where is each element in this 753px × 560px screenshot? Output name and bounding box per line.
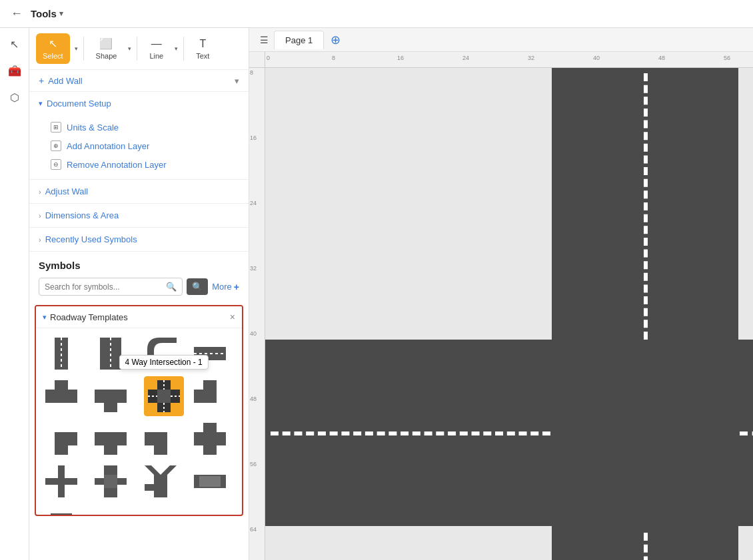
svg-rect-18: [194, 390, 217, 403]
shape-tool-button[interactable]: ⬜ Shape: [89, 33, 124, 64]
ruler-h-tick-56: 56: [724, 55, 730, 61]
ruler-v-tick-64: 64: [250, 526, 257, 533]
svg-rect-33: [154, 475, 167, 497]
recently-used-header[interactable]: › Recently Used Symbols: [29, 228, 249, 251]
adjust-wall-header[interactable]: › Adjust Wall: [29, 180, 249, 203]
roadway-header: ▾ Roadway Templates ×: [36, 306, 242, 328]
page-menu-button[interactable]: ☰: [257, 32, 271, 48]
svg-rect-20: [55, 432, 77, 445]
text-icon: T: [199, 38, 206, 50]
select-tool-button[interactable]: ↖ Select: [36, 33, 70, 64]
doc-setup-caret: ▾: [39, 99, 43, 108]
tools-panel: ↖ Select ▾ ⬜ Shape ▾ — Line ▾ T Text: [29, 28, 249, 560]
roadway-item-t-top[interactable]: [91, 419, 131, 459]
roadway-item-t-bottom[interactable]: [190, 419, 230, 459]
search-glass-icon: 🔍: [166, 282, 177, 292]
shape-caret: ▾: [128, 45, 131, 52]
ruler-v-tick-8: 8: [250, 69, 253, 76]
symbols-section: Symbols 🔍 🔍 More +: [29, 252, 249, 300]
recently-used-section: › Recently Used Symbols: [29, 228, 249, 252]
add-wall-label: Add Wall: [48, 76, 83, 86]
cylinder-icon[interactable]: ⬡: [4, 87, 25, 108]
svg-rect-22: [95, 432, 127, 445]
symbols-title: Symbols: [39, 260, 239, 271]
road-center-line-v: [644, 73, 648, 340]
add-wall-row[interactable]: + Add Wall ▾: [29, 70, 249, 92]
svg-rect-9: [95, 390, 127, 403]
roadway-item-tunnel[interactable]: [190, 461, 230, 501]
roadway-item-r2[interactable]: [91, 334, 131, 374]
text-label: Text: [196, 52, 209, 60]
roadway-item-small-road[interactable]: [41, 504, 81, 515]
roadway-item-t-top-right[interactable]: [141, 419, 181, 459]
roadway-grid: 4 Way Intersection - 1: [36, 328, 242, 515]
ruler-h-tick-32: 32: [528, 55, 534, 61]
svg-rect-27: [203, 445, 217, 455]
remove-annotation-label: Remove Annotation Layer: [67, 160, 167, 170]
roadway-item-t-top-left[interactable]: [41, 419, 81, 459]
left-icon-bar: ↖ 🧰 ⬡: [0, 28, 29, 560]
more-label: More: [212, 282, 232, 292]
more-button[interactable]: More +: [212, 282, 239, 292]
dimensions-title: Dimensions & Area: [45, 210, 119, 220]
line-caret: ▾: [175, 45, 178, 52]
ruler-horizontal: 08162432404856: [265, 52, 753, 68]
page-add-button[interactable]: ⊕: [327, 31, 345, 49]
ruler-corner: [249, 52, 265, 68]
toolbar-row: ↖ Select ▾ ⬜ Shape ▾ — Line ▾ T Text: [29, 28, 249, 70]
roadway-item-straight-h[interactable]: [190, 334, 230, 374]
dimensions-area-section: › Dimensions & Area: [29, 204, 249, 228]
svg-rect-24: [145, 432, 167, 445]
roadway-item-cross-med[interactable]: [91, 461, 131, 501]
roadway-caret: ▾: [43, 313, 47, 322]
roadway-title: Roadway Templates: [50, 312, 230, 322]
back-button[interactable]: ←: [8, 4, 25, 23]
roadway-item-t-left[interactable]: [41, 376, 81, 416]
units-scale-item[interactable]: ⊞ Units & Scale: [48, 118, 239, 137]
roadway-item-t-down[interactable]: [91, 376, 131, 416]
svg-rect-36: [199, 476, 221, 487]
recently-used-caret: ›: [39, 236, 41, 244]
divider-1: [83, 37, 84, 61]
dimensions-area-header[interactable]: › Dimensions & Area: [29, 204, 249, 227]
panel-scroll[interactable]: + Add Wall ▾ ▾ Document Setup ⊞ Units & …: [29, 70, 249, 560]
units-scale-label: Units & Scale: [67, 123, 119, 133]
svg-rect-37: [51, 513, 72, 515]
tools-label: Tools: [31, 8, 57, 19]
document-setup-body: ⊞ Units & Scale ⊕ Add Annotation Layer ⊖…: [29, 115, 249, 179]
remove-annotation-item[interactable]: ⊖ Remove Annotation Layer: [48, 155, 239, 174]
cursor-tool-icon[interactable]: ↖: [4, 33, 25, 55]
ruler-vertical: 816243240485664: [249, 68, 265, 560]
canvas-content[interactable]: [265, 68, 753, 560]
briefcase-icon[interactable]: 🧰: [4, 60, 25, 81]
roadway-item-t-right[interactable]: [190, 376, 230, 416]
roadway-item-cross-small[interactable]: [41, 461, 81, 501]
roadway-item-intersection[interactable]: [144, 376, 184, 416]
roadway-item-curve[interactable]: [141, 334, 181, 374]
road-dash-h-left: [271, 431, 550, 435]
line-tool-button[interactable]: — Line: [143, 34, 170, 64]
search-button[interactable]: 🔍: [187, 278, 208, 295]
ruler-h-tick-0: 0: [267, 55, 270, 61]
select-caret: ▾: [75, 45, 78, 52]
search-input-wrap: 🔍: [39, 278, 183, 296]
recently-used-title: Recently Used Symbols: [45, 234, 137, 244]
page-tab-1[interactable]: Page 1: [274, 31, 324, 49]
remove-annotation-icon: ⊖: [51, 159, 61, 170]
road-center-line-v-bottom: [644, 533, 648, 560]
add-annotation-item[interactable]: ⊕ Add Annotation Layer: [48, 137, 239, 155]
tools-title[interactable]: Tools ▾: [31, 8, 63, 19]
search-input[interactable]: [45, 282, 162, 292]
document-setup-header[interactable]: ▾ Document Setup: [29, 92, 249, 115]
svg-rect-34: [145, 484, 154, 491]
add-annotation-label: Add Annotation Layer: [67, 141, 149, 151]
road-dash-h-right: [740, 431, 753, 435]
more-plus-icon: +: [234, 282, 239, 292]
text-tool-button[interactable]: T Text: [189, 34, 216, 64]
roadway-item-diagonal[interactable]: [141, 461, 181, 501]
document-setup-section: ▾ Document Setup ⊞ Units & Scale ⊕ Add A…: [29, 92, 249, 180]
roadway-close-button[interactable]: ×: [230, 312, 235, 322]
svg-rect-12: [157, 390, 171, 403]
roadway-item-r1[interactable]: [41, 334, 81, 374]
line-label: Line: [149, 52, 163, 60]
